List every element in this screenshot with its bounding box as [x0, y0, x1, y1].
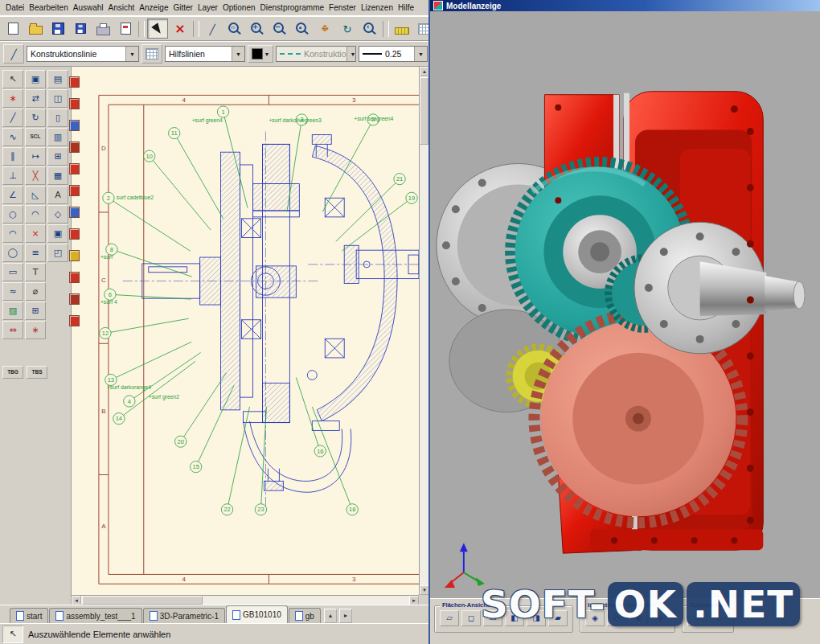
scroll-right-button[interactable]: ► — [409, 596, 419, 605]
menu-datei[interactable]: Datei — [3, 2, 27, 14]
tab-start[interactable]: start — [10, 608, 48, 623]
ellipse-button[interactable]: ◯ — [2, 244, 23, 262]
menu-fenster[interactable]: Fenster — [326, 2, 359, 14]
drawing-canvas[interactable]: 4433DCBA — [72, 67, 428, 605]
attributes-button[interactable]: A — [47, 186, 68, 204]
print-button[interactable] — [92, 18, 113, 39]
floating-tool-icon[interactable] — [69, 207, 80, 218]
chevron-down-icon[interactable]: ▼ — [232, 47, 244, 61]
title-block-button[interactable]: ▣ — [47, 224, 68, 243]
circle-button[interactable]: ○ — [2, 205, 23, 224]
floating-tool-icon[interactable] — [69, 76, 80, 88]
angle-line-button[interactable]: ∠ — [2, 186, 23, 204]
sheet-button[interactable]: ▤ — [47, 70, 68, 88]
floating-tool-icon[interactable] — [69, 250, 80, 261]
bom-button[interactable]: ▦ — [47, 166, 68, 185]
floating-tool-icon[interactable] — [69, 120, 80, 131]
offset-button[interactable]: ≡ — [25, 244, 46, 262]
floating-tool-icon[interactable] — [69, 142, 80, 153]
redraw-button[interactable] — [337, 18, 358, 39]
save-button[interactable] — [47, 18, 68, 39]
insert-part-button[interactable]: ⊞ — [47, 147, 68, 166]
tab-3D-Parametric-1[interactable]: 3D-Parametric-1 — [143, 608, 225, 623]
corner-button[interactable]: ◺ — [25, 186, 46, 204]
tab-scroll-up-button[interactable]: ▴ — [324, 609, 337, 623]
rotate-button[interactable]: ↻ — [25, 109, 46, 127]
menu-ansicht[interactable]: Ansicht — [106, 2, 137, 14]
text-button[interactable]: T — [25, 263, 46, 281]
floating-tool-icon[interactable] — [69, 272, 80, 283]
menu-bearbeiten[interactable]: Bearbeiten — [27, 2, 70, 14]
measure-ruler-button[interactable] — [392, 18, 412, 39]
zoom-out-button[interactable] — [269, 18, 290, 39]
zoom-in-button[interactable] — [247, 18, 268, 39]
horizontal-scroll-thumb[interactable] — [82, 596, 203, 605]
menu-layer[interactable]: Layer — [195, 2, 220, 14]
color-swatch-button[interactable]: ▼ — [248, 45, 273, 63]
chevron-down-icon[interactable]: ▼ — [346, 47, 356, 61]
plot-button[interactable] — [115, 18, 136, 39]
tab-GB101010[interactable]: GB101010 — [226, 605, 288, 623]
scroll-left-button[interactable]: ◄ — [72, 596, 81, 605]
scale-button[interactable]: SCL — [25, 128, 46, 146]
detail-button[interactable]: ▯ — [47, 109, 68, 127]
arc-button[interactable]: ◠ — [2, 224, 23, 243]
plot-area-button[interactable]: ◰ — [47, 244, 68, 262]
scroll-up-button[interactable]: ▲ — [420, 67, 428, 76]
line-width-combo[interactable]: 0.25 ▼ — [359, 46, 428, 62]
menu-dienstprogramme[interactable]: Dienstprogramme — [258, 2, 326, 14]
copy-button[interactable]: ▣ — [25, 70, 46, 88]
floating-tool-icon[interactable] — [69, 98, 80, 109]
polyline-button[interactable]: ∿ — [2, 128, 23, 146]
3d-viewport[interactable] — [430, 11, 820, 598]
rectangle-button[interactable]: ▭ — [2, 263, 23, 281]
hatch-button[interactable]: ▨ — [2, 301, 23, 320]
helper-lines-combo[interactable]: Hilfslinien ▼ — [165, 46, 245, 62]
menu-anzeige[interactable]: Anzeige — [137, 2, 170, 14]
explode-button[interactable]: ∗ — [25, 321, 46, 339]
layers-list-button[interactable]: ▥ — [47, 128, 68, 146]
view-back-button[interactable]: ◻ — [461, 610, 481, 626]
tab-scroll-right-button[interactable]: ▸ — [339, 609, 352, 623]
model-window-titlebar[interactable]: Modellanzeige — [430, 0, 820, 11]
new-drawing-button[interactable] — [2, 18, 23, 39]
floating-tool-icon[interactable] — [69, 293, 80, 305]
floating-tool-icon[interactable] — [69, 228, 80, 240]
scroll-down-button[interactable]: ▼ — [420, 585, 428, 595]
line-button[interactable]: ╱ — [2, 109, 23, 127]
symbols-button[interactable]: ◇ — [47, 205, 68, 224]
measure-button[interactable]: ⌀ — [25, 282, 46, 301]
tab-assembly_test___1[interactable]: assembly_test___1 — [49, 608, 141, 623]
select-filter-button[interactable]: ↖ — [2, 70, 23, 88]
zoom-window-button[interactable] — [224, 18, 245, 39]
dimension-button[interactable]: ⇔ — [2, 321, 23, 339]
menu-optionen[interactable]: Optionen — [220, 2, 258, 14]
pan-button[interactable] — [314, 18, 335, 39]
save-all-button[interactable] — [70, 18, 91, 39]
sketch-line-button[interactable] — [202, 18, 223, 39]
views-button[interactable]: ◫ — [47, 89, 68, 108]
erase-button[interactable]: × — [25, 224, 46, 243]
stretch-button[interactable]: ↦ — [25, 147, 46, 166]
tbs-button[interactable]: TBS — [27, 366, 47, 379]
perpendicular-line-button[interactable]: ⊥ — [2, 166, 23, 185]
window-system-icon[interactable] — [433, 1, 443, 10]
array-button[interactable]: ⊞ — [25, 301, 46, 320]
horizontal-scrollbar[interactable]: ◄ ► — [72, 595, 419, 605]
mirror-button[interactable]: ⇄ — [25, 89, 46, 108]
spline-button[interactable]: ≈ — [2, 282, 23, 301]
open-file-button[interactable] — [25, 18, 46, 39]
pen-style-button[interactable] — [3, 44, 24, 64]
chevron-down-icon[interactable]: ▼ — [414, 47, 427, 61]
chevron-down-icon[interactable]: ▼ — [125, 47, 138, 61]
zoom-previous-button[interactable] — [359, 18, 380, 39]
fillet-button[interactable]: ◠ — [25, 205, 46, 224]
select-cursor-button[interactable] — [147, 18, 168, 39]
menu-gitter[interactable]: Gitter — [170, 2, 195, 14]
menu-auswahl[interactable]: Auswahl — [71, 2, 106, 14]
floating-tool-icon[interactable] — [69, 185, 80, 196]
construction-style-combo[interactable]: Konstruktio ▼ — [276, 46, 356, 62]
parallel-lines-button[interactable]: ∥ — [2, 147, 23, 166]
menu-lizenzen[interactable]: Lizenzen — [359, 2, 396, 14]
floating-tool-icon[interactable] — [69, 163, 80, 174]
